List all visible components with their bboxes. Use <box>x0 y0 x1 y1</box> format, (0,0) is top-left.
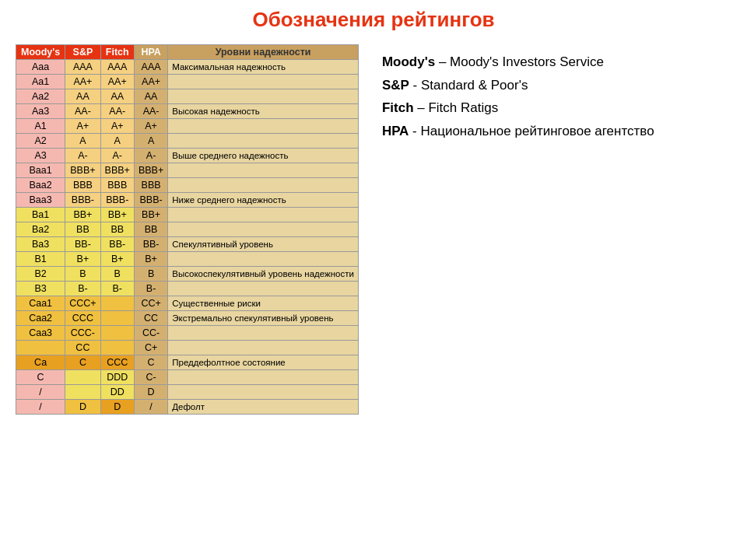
cell-sp: CCC- <box>65 326 100 341</box>
cell-nra: B- <box>134 282 167 296</box>
table-row: B1B+B+B+ <box>16 252 359 267</box>
table-row: Aa1AA+AA+AA+ <box>16 75 359 89</box>
content-area: Moody's S&P Fitch НРА Уровни надежности … <box>16 44 731 415</box>
table-row: Ba3BB-BB-BB-Спекулятивный уровень <box>16 237 359 252</box>
table-row: Caa1CCC+CC+Существенные риски <box>16 296 359 311</box>
legend-container: Moody's – Moody's Investors ServiceS&P -… <box>382 52 731 141</box>
cell-level <box>168 75 359 89</box>
cell-moodys: Caa3 <box>16 326 65 341</box>
cell-moodys: / <box>16 385 65 400</box>
table-row: CCC+ <box>16 341 359 355</box>
page-title: Обозначения рейтингов <box>253 8 495 32</box>
cell-nra: B+ <box>134 252 167 267</box>
cell-sp: B- <box>65 282 100 296</box>
cell-nra: BB- <box>134 237 167 252</box>
cell-moodys: / <box>16 400 65 415</box>
cell-moodys: B1 <box>16 252 65 267</box>
cell-fitch: BB+ <box>100 208 134 222</box>
cell-moodys: C <box>16 370 65 385</box>
header-fitch: Fitch <box>100 45 134 60</box>
cell-sp: AAA <box>65 60 100 75</box>
cell-nra: CC <box>134 311 167 326</box>
cell-nra: AA <box>134 89 167 104</box>
cell-fitch: BB- <box>100 237 134 252</box>
cell-level: Ниже среднего надежность <box>168 193 359 208</box>
cell-level <box>168 326 359 341</box>
table-row: Aa3AA-AA-AA-Высокая надежность <box>16 104 359 119</box>
cell-moodys: Ba3 <box>16 237 65 252</box>
cell-nra: AAA <box>134 60 167 75</box>
cell-level: Существенные риски <box>168 296 359 311</box>
legend-item-nra: НРА - Национальное рейтинговое агентство <box>382 121 731 142</box>
cell-nra: C+ <box>134 341 167 355</box>
cell-fitch: A+ <box>100 119 134 134</box>
cell-level <box>168 252 359 267</box>
table-row: Aa2AAAAAA <box>16 89 359 104</box>
cell-fitch: B+ <box>100 252 134 267</box>
cell-sp: AA <box>65 89 100 104</box>
header-moodys: Moody's <box>16 45 65 60</box>
cell-fitch: CCC <box>100 355 134 370</box>
legend-section: Moody's – Moody's Investors ServiceS&P -… <box>382 44 731 144</box>
cell-moodys: Aaa <box>16 60 65 75</box>
cell-sp: AA- <box>65 104 100 119</box>
cell-moodys: A2 <box>16 134 65 149</box>
cell-level: Спекулятивный уровень <box>168 237 359 252</box>
cell-level: Выше среднего надежность <box>168 149 359 163</box>
table-row: CaCCCCCПреддефолтное состояние <box>16 355 359 370</box>
table-row: Caa3CCC-CC- <box>16 326 359 341</box>
table-row: Caa2CCCCCЭкстремально спекулятивный уров… <box>16 311 359 326</box>
table-header-row: Moody's S&P Fitch НРА Уровни надежности <box>16 45 359 60</box>
cell-nra: / <box>134 400 167 415</box>
legend-item-fitch: Fitch – Fitch Ratigs <box>382 98 731 118</box>
cell-sp <box>65 370 100 385</box>
cell-moodys: A1 <box>16 119 65 134</box>
cell-sp: CC <box>65 341 100 355</box>
table-row: Baa2BBBBBBBBB <box>16 178 359 193</box>
cell-moodys: Baa3 <box>16 193 65 208</box>
cell-fitch: BBB <box>100 178 134 193</box>
cell-moodys: A3 <box>16 149 65 163</box>
cell-sp: CCC <box>65 311 100 326</box>
cell-moodys: Aa3 <box>16 104 65 119</box>
header-nra: НРА <box>134 45 167 60</box>
cell-fitch: BBB- <box>100 193 134 208</box>
cell-nra: B <box>134 267 167 282</box>
cell-sp: BBB <box>65 178 100 193</box>
table-row: CDDDC- <box>16 370 359 385</box>
cell-sp: BB <box>65 222 100 237</box>
cell-fitch: AA- <box>100 104 134 119</box>
cell-fitch: AAA <box>100 60 134 75</box>
cell-nra: BBB- <box>134 193 167 208</box>
cell-fitch: B- <box>100 282 134 296</box>
cell-moodys: Ba2 <box>16 222 65 237</box>
cell-level <box>168 385 359 400</box>
legend-item-moodys: Moody's – Moody's Investors Service <box>382 52 731 72</box>
cell-level <box>168 370 359 385</box>
page-container: Обозначения рейтингов Moody's S&P Fitch … <box>0 0 747 560</box>
cell-sp: BBB- <box>65 193 100 208</box>
cell-level: Дефолт <box>168 400 359 415</box>
cell-sp: A- <box>65 149 100 163</box>
cell-sp: B+ <box>65 252 100 267</box>
cell-sp: B <box>65 267 100 282</box>
table-row: A2AAA <box>16 134 359 149</box>
cell-level: Максимальная надежность <box>168 60 359 75</box>
table-row: Baa1BBB+BBB+BBB+ <box>16 163 359 178</box>
cell-level: Высокая надежность <box>168 104 359 119</box>
cell-level <box>168 208 359 222</box>
cell-moodys: Baa2 <box>16 178 65 193</box>
cell-moodys: Baa1 <box>16 163 65 178</box>
cell-nra: AA+ <box>134 75 167 89</box>
cell-nra: CC- <box>134 326 167 341</box>
table-row: /DD/Дефолт <box>16 400 359 415</box>
cell-moodys: Caa1 <box>16 296 65 311</box>
cell-moodys: Ca <box>16 355 65 370</box>
cell-sp <box>65 385 100 400</box>
cell-nra: A+ <box>134 119 167 134</box>
table-row: Ba2BBBBBB <box>16 222 359 237</box>
cell-fitch: A- <box>100 149 134 163</box>
cell-moodys: Aa1 <box>16 75 65 89</box>
cell-level <box>168 134 359 149</box>
cell-sp: A <box>65 134 100 149</box>
